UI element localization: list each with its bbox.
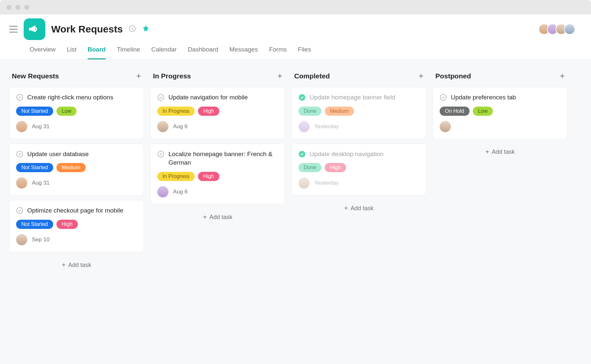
status-pill: In Progress <box>157 172 195 181</box>
avatar[interactable] <box>564 24 575 35</box>
svg-rect-3 <box>132 28 133 30</box>
due-date: Aug 31 <box>32 123 50 130</box>
info-icon[interactable] <box>129 25 136 33</box>
due-date: Yesterday <box>314 180 339 186</box>
check-circle-icon-done[interactable] <box>298 151 306 158</box>
due-date: Aug 6 <box>173 189 187 195</box>
task-title: Update user database <box>27 150 89 159</box>
check-circle-icon[interactable] <box>16 151 23 158</box>
check-circle-icon-done[interactable] <box>298 94 306 101</box>
check-circle-icon[interactable] <box>440 94 447 101</box>
tab-messages[interactable]: Messages <box>230 46 258 59</box>
column-title: New Requests <box>12 72 59 80</box>
task-title: Create right-click menu options <box>27 93 113 102</box>
add-task-label: Add task <box>351 205 374 212</box>
window-chrome <box>0 0 591 14</box>
add-task-label: Add task <box>209 214 232 221</box>
priority-pill: Medium <box>325 107 354 116</box>
column-header: Postponed + <box>433 70 567 87</box>
task-card[interactable]: Create right-click menu options Not Star… <box>9 87 144 139</box>
add-task-button[interactable]: + Add task <box>150 209 285 226</box>
status-pill: Done <box>298 107 321 116</box>
plus-icon: + <box>485 148 489 156</box>
tab-board[interactable]: Board <box>88 46 106 59</box>
window-dot-close[interactable] <box>7 5 11 10</box>
priority-pill: Medium <box>56 163 86 172</box>
task-title: Update desktop navigation <box>310 150 383 159</box>
status-pill: In Progress <box>157 107 195 116</box>
priority-pill: Low <box>473 107 493 116</box>
task-card[interactable]: Localize homepage banner: French & Germa… <box>150 144 285 204</box>
add-card-icon[interactable]: + <box>419 71 424 81</box>
add-card-icon[interactable]: + <box>560 71 565 81</box>
due-date: Sep 10 <box>32 236 50 243</box>
add-task-button[interactable]: + Add task <box>433 144 567 160</box>
task-title: Update preferences tab <box>451 93 516 102</box>
check-circle-icon[interactable] <box>157 94 164 101</box>
priority-pill: High <box>325 163 346 172</box>
task-title: Optimize checkout page for mobile <box>27 206 123 215</box>
task-card[interactable]: Update navigation for mobile In Progress… <box>150 87 285 139</box>
assignee-avatar[interactable] <box>16 121 27 132</box>
add-card-icon[interactable]: + <box>136 71 141 81</box>
task-card[interactable]: Update desktop navigation Done High Yest… <box>292 144 426 196</box>
add-card-icon[interactable]: + <box>277 71 282 81</box>
svg-point-2 <box>132 27 133 28</box>
task-card[interactable]: Optimize checkout page for mobile Not St… <box>9 200 144 252</box>
tab-timeline[interactable]: Timeline <box>117 46 140 59</box>
task-card[interactable]: Update homepage banner field Done Medium… <box>292 87 426 139</box>
task-title: Update navigation for mobile <box>168 93 248 102</box>
window-dot-zoom[interactable] <box>24 5 29 10</box>
tab-dashboard[interactable]: Dashboard <box>188 46 218 59</box>
svg-point-4 <box>17 94 23 100</box>
member-avatars[interactable] <box>541 24 575 35</box>
board: New Requests + Create right-click menu o… <box>0 60 591 355</box>
tab-list[interactable]: List <box>67 46 77 59</box>
project-icon[interactable] <box>24 18 45 40</box>
assignee-avatar[interactable] <box>157 121 168 132</box>
priority-pill: High <box>198 107 219 116</box>
assignee-avatar[interactable] <box>298 177 310 189</box>
due-date: Aug 6 <box>173 123 187 130</box>
task-card[interactable]: Update preferences tab On Hold Low <box>433 87 567 139</box>
tab-overview[interactable]: Overview <box>30 46 55 59</box>
status-pill: Not Started <box>16 107 53 116</box>
check-circle-icon[interactable] <box>16 207 23 214</box>
task-card[interactable]: Update user database Not Started Medium … <box>9 144 144 196</box>
assignee-avatar[interactable] <box>298 121 310 132</box>
add-task-button[interactable]: + Add task <box>292 200 426 217</box>
column-title: In Progress <box>153 72 191 80</box>
topbar: Work Requests <box>0 14 591 40</box>
project-title: Work Requests <box>51 24 123 35</box>
tab-forms[interactable]: Forms <box>269 46 287 59</box>
app-header: Work Requests Overview List Board Timeli… <box>0 14 591 60</box>
check-circle-icon[interactable] <box>16 94 23 101</box>
column-header: New Requests + <box>9 70 144 87</box>
task-title: Localize homepage banner: French & Germa… <box>168 150 278 167</box>
add-task-label: Add task <box>492 149 515 155</box>
assignee-avatar[interactable] <box>157 186 168 197</box>
svg-point-7 <box>158 94 164 100</box>
star-icon[interactable] <box>142 25 150 34</box>
plus-icon: + <box>203 213 207 221</box>
due-date: Aug 31 <box>32 180 50 186</box>
status-pill: On Hold <box>440 107 470 116</box>
assignee-avatar[interactable] <box>16 177 27 189</box>
due-date: Yesterday <box>314 123 339 130</box>
add-task-label: Add task <box>68 262 91 269</box>
hamburger-menu-icon[interactable] <box>9 26 18 32</box>
window-dot-minimize[interactable] <box>15 5 20 10</box>
status-pill: Not Started <box>16 220 53 229</box>
column-title: Postponed <box>435 72 471 80</box>
tab-calendar[interactable]: Calendar <box>151 46 177 59</box>
tab-files[interactable]: Files <box>298 46 311 59</box>
svg-point-10 <box>299 151 305 157</box>
assignee-avatar[interactable] <box>16 234 27 245</box>
check-circle-icon[interactable] <box>157 151 164 158</box>
assignee-avatar[interactable] <box>440 121 451 132</box>
priority-pill: High <box>198 172 219 181</box>
add-task-button[interactable]: + Add task <box>9 257 144 273</box>
priority-pill: Low <box>56 107 77 116</box>
megaphone-icon <box>29 23 40 35</box>
svg-point-8 <box>158 151 164 157</box>
